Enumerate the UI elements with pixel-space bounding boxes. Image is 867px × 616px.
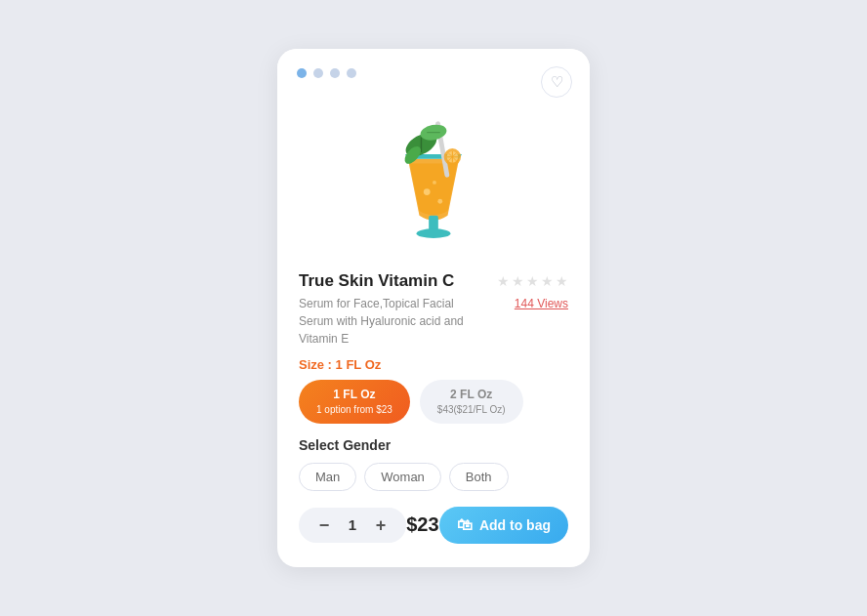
star-4: ★ [541, 273, 554, 289]
size-option-1fl[interactable]: 1 FL Oz 1 option from $23 [299, 380, 410, 424]
gender-man-button[interactable]: Man [299, 463, 356, 491]
gender-woman-button[interactable]: Woman [364, 463, 441, 491]
gender-options: Man Woman Both [299, 463, 568, 491]
star-2: ★ [512, 273, 524, 289]
card-image-area: ♡ [277, 49, 590, 260]
dot-3[interactable] [330, 68, 340, 78]
bottom-row: − 1 + $23 🛍 Add to bag [299, 507, 568, 544]
size-option-1fl-label: 1 FL Oz [316, 388, 392, 403]
size-option-1fl-sublabel: 1 option from $23 [316, 403, 392, 416]
product-image [360, 88, 507, 244]
star-1: ★ [497, 273, 510, 289]
product-description: Serum for Face,Topical Facial Serum with… [299, 295, 465, 348]
add-to-bag-button[interactable]: 🛍 Add to bag [439, 507, 568, 544]
subtitle-row: Serum for Face,Topical Facial Serum with… [299, 295, 568, 348]
qty-plus-button[interactable]: + [369, 513, 392, 537]
size-options: 1 FL Oz 1 option from $23 2 FL Oz $43($2… [299, 380, 568, 424]
svg-point-4 [433, 181, 436, 185]
image-dots [297, 68, 356, 78]
qty-value: 1 [346, 516, 359, 533]
size-label-static: Size : [299, 357, 336, 372]
size-label: Size : 1 FL Oz [299, 357, 568, 372]
size-option-2fl-label: 2 FL Oz [437, 388, 506, 403]
svg-point-2 [424, 188, 431, 195]
price-label: $23 [406, 513, 438, 536]
dot-1[interactable] [297, 68, 307, 78]
qty-minus-button[interactable]: − [312, 513, 336, 537]
size-label-value: 1 FL Oz [336, 357, 382, 372]
title-row: True Skin Vitamin C ★ ★ ★ ★ ★ [299, 271, 568, 291]
product-card: ♡ [277, 49, 590, 567]
svg-point-3 [437, 199, 442, 204]
star-3: ★ [526, 273, 539, 289]
product-title: True Skin Vitamin C [299, 271, 454, 291]
bag-icon: 🛍 [457, 516, 473, 534]
dot-4[interactable] [347, 68, 356, 78]
size-option-2fl[interactable]: 2 FL Oz $43($21/FL Oz) [420, 380, 523, 424]
add-to-bag-label: Add to bag [479, 517, 551, 533]
card-body: True Skin Vitamin C ★ ★ ★ ★ ★ Serum for … [277, 260, 590, 544]
stars-row: ★ ★ ★ ★ ★ [497, 273, 568, 289]
quantity-control: − 1 + [299, 508, 406, 543]
svg-point-1 [417, 229, 451, 239]
dot-2[interactable] [313, 68, 323, 78]
views-link[interactable]: 144 Views [515, 297, 568, 310]
wishlist-button[interactable]: ♡ [541, 66, 572, 98]
size-option-2fl-sublabel: $43($21/FL Oz) [437, 403, 506, 416]
gender-both-button[interactable]: Both [449, 463, 509, 491]
star-5: ★ [556, 273, 568, 289]
gender-section-label: Select Gender [299, 437, 568, 453]
